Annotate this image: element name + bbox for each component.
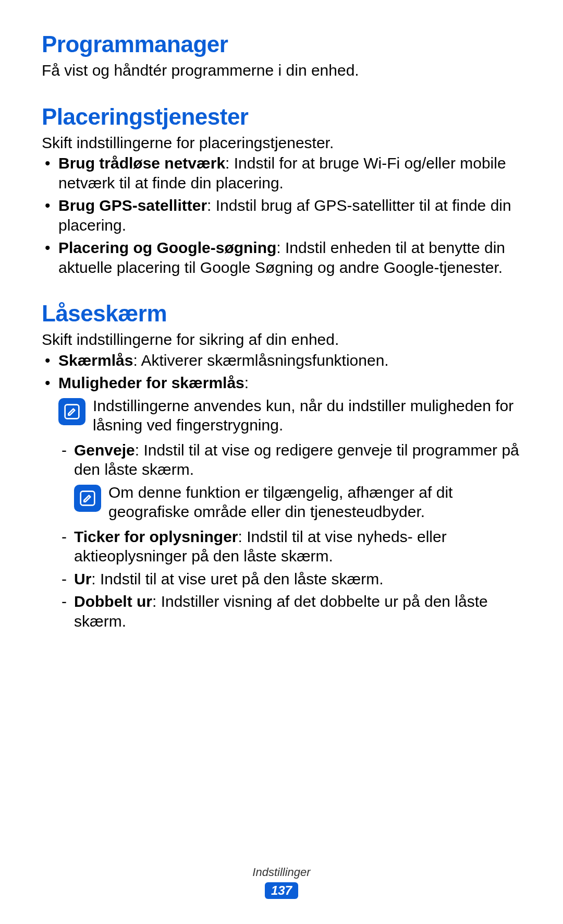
pencil-note-icon bbox=[79, 490, 96, 507]
heading-laaseskaerm: Låseskærm bbox=[42, 301, 521, 327]
section-programmanager: Programmanager Få vist og håndtér progra… bbox=[42, 31, 521, 80]
page-number-badge: 137 bbox=[265, 882, 298, 899]
list-item: Brug GPS-satellitter: Indstil brug af GP… bbox=[42, 196, 521, 235]
dash-text: : Indstil til at vise uret på den låste … bbox=[91, 570, 383, 587]
svg-rect-0 bbox=[65, 404, 79, 418]
dash-label: Ur bbox=[74, 570, 91, 587]
intro-placeringstjenester: Skift indstillingerne for placeringstjen… bbox=[42, 133, 521, 153]
list-item: Skærmlås: Aktiverer skærmlåsningsfunktio… bbox=[42, 351, 521, 370]
list-item: Placering og Google-søgning: Indstil enh… bbox=[42, 238, 521, 277]
list-item: Dobbelt ur: Indstiller visning af det do… bbox=[58, 592, 521, 631]
bullet-text: : bbox=[244, 374, 249, 391]
note-text: Om denne funktion er tilgængelig, afhæng… bbox=[108, 483, 521, 522]
list-item: Ticker for oplysninger: Indstil til at v… bbox=[58, 527, 521, 566]
dash-list: Genveje: Indstil til at vise og redigere… bbox=[58, 440, 521, 479]
note-row: Om denne funktion er tilgængelig, afhæng… bbox=[74, 483, 521, 522]
intro-laaseskaerm: Skift indstillingerne for sikring af din… bbox=[42, 330, 521, 350]
note-text: Indstillingerne anvendes kun, når du ind… bbox=[93, 396, 521, 435]
footer-section-label: Indstillinger bbox=[0, 866, 563, 879]
heading-programmanager: Programmanager bbox=[42, 31, 521, 57]
bullet-list-placeringstjenester: Brug trådløse netværk: Indstil for at br… bbox=[42, 153, 521, 277]
dash-label: Genveje bbox=[74, 441, 135, 459]
section-placeringstjenester: Placeringstjenester Skift indstillingern… bbox=[42, 104, 521, 278]
page-container: Programmanager Få vist og håndtér progra… bbox=[0, 0, 563, 924]
note-icon bbox=[74, 485, 101, 512]
list-item: Brug trådløse netværk: Indstil for at br… bbox=[42, 153, 521, 193]
note-row: Indstillingerne anvendes kun, når du ind… bbox=[58, 396, 521, 435]
svg-rect-1 bbox=[81, 491, 95, 505]
dash-list: Ticker for oplysninger: Indstil til at v… bbox=[58, 527, 521, 631]
bullet-label: Skærmlås bbox=[58, 352, 133, 369]
bullet-label: Brug GPS-satellitter bbox=[58, 197, 207, 214]
bullet-label: Placering og Google-søgning bbox=[58, 239, 276, 256]
bullet-text: : Aktiverer skærmlåsningsfunktionen. bbox=[133, 352, 388, 369]
bullet-label: Muligheder for skærmlås bbox=[58, 374, 244, 391]
list-item: Ur: Indstil til at vise uret på den låst… bbox=[58, 569, 521, 589]
heading-placeringstjenester: Placeringstjenester bbox=[42, 104, 521, 130]
bullet-label: Brug trådløse netværk bbox=[58, 154, 225, 172]
list-item: Genveje: Indstil til at vise og redigere… bbox=[58, 440, 521, 479]
intro-programmanager: Få vist og håndtér programmerne i din en… bbox=[42, 61, 521, 80]
dash-label: Ticker for oplysninger bbox=[74, 528, 238, 545]
list-item: Muligheder for skærmlås: bbox=[42, 373, 521, 393]
bullet-list-laaseskaerm: Skærmlås: Aktiverer skærmlåsningsfunktio… bbox=[42, 351, 521, 393]
note-icon bbox=[58, 398, 85, 425]
section-laaseskaerm: Låseskærm Skift indstillingerne for sikr… bbox=[42, 301, 521, 631]
pencil-note-icon bbox=[64, 403, 80, 420]
dash-text: : Indstil til at vise og redigere genvej… bbox=[74, 441, 519, 478]
dash-label: Dobbelt ur bbox=[74, 593, 152, 610]
page-footer: Indstillinger 137 bbox=[0, 866, 563, 899]
